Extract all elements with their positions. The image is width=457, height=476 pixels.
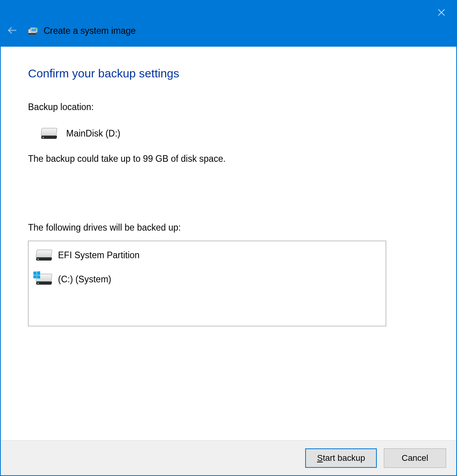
start-backup-button[interactable]: Start backup	[305, 448, 377, 468]
backup-location-label: Backup location:	[28, 102, 429, 112]
disk-icon	[40, 128, 58, 139]
drive-name: (C:) (System)	[58, 274, 111, 285]
close-button[interactable]	[434, 5, 449, 20]
disk-icon	[35, 250, 53, 261]
backup-location-value: MainDisk (D:)	[66, 128, 120, 139]
close-icon	[438, 9, 445, 16]
drive-row: (C:) (System)	[35, 270, 379, 289]
drives-list: EFI System Partition (C:) (System)	[28, 241, 386, 326]
titlebar: Create a system image	[1, 1, 456, 47]
page-heading: Confirm your backup settings	[28, 67, 429, 80]
wizard-window: Create a system image Confirm your backu…	[0, 0, 457, 476]
svg-rect-4	[28, 33, 36, 35]
cancel-button[interactable]: Cancel	[384, 448, 446, 468]
drives-label: The following drives will be backed up:	[28, 222, 429, 233]
drive-row: EFI System Partition	[35, 246, 379, 264]
drive-name: EFI System Partition	[58, 250, 140, 261]
back-button	[8, 25, 17, 37]
back-arrow-icon	[8, 26, 17, 34]
footer: Start backup Cancel	[1, 440, 456, 475]
window-title: Create a system image	[44, 26, 135, 36]
windows-disk-icon	[35, 274, 53, 285]
backup-location-row: MainDisk (D:)	[40, 128, 429, 139]
space-estimate: The backup could take up to 99 GB of dis…	[28, 154, 429, 164]
content-area: Confirm your backup settings Backup loca…	[1, 47, 456, 440]
system-image-icon	[27, 26, 39, 36]
